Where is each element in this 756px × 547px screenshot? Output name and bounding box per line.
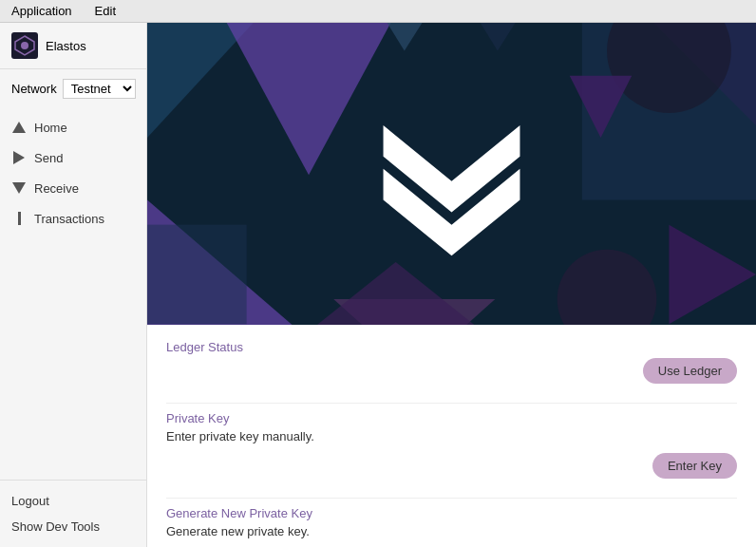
sidebar-item-transactions[interactable]: Transactions <box>0 203 146 234</box>
ledger-status-section: Ledger Status Use Ledger <box>166 340 737 384</box>
sidebar: Elastos Network Testnet Mainnet Home <box>0 23 147 547</box>
main-layout: Elastos Network Testnet Mainnet Home <box>0 23 756 547</box>
sidebar-item-transactions-label: Transactions <box>34 212 104 226</box>
generate-key-section: Generate New Private Key Generate new pr… <box>166 506 737 547</box>
enter-key-button[interactable]: Enter Key <box>652 453 737 479</box>
private-key-section: Private Key Enter private key manually. … <box>166 411 737 479</box>
private-key-row: Enter Key <box>166 453 737 479</box>
generate-key-title: Generate New Private Key <box>166 506 737 520</box>
hero-image <box>147 23 756 325</box>
sidebar-item-home-label: Home <box>34 121 67 135</box>
ledger-status-title: Ledger Status <box>166 340 737 354</box>
menu-edit[interactable]: Edit <box>91 2 120 20</box>
receive-icon <box>11 180 27 196</box>
sidebar-item-home[interactable]: Home <box>0 112 146 142</box>
sidebar-item-receive-label: Receive <box>34 181 79 196</box>
network-select[interactable]: Testnet Mainnet <box>63 79 136 99</box>
sidebar-nav: Home Send Receive Transactions <box>0 108 146 480</box>
main-content: Ledger Status Use Ledger Private Key Ent… <box>147 23 756 547</box>
sidebar-item-receive[interactable]: Receive <box>0 173 146 203</box>
show-dev-tools-button[interactable]: Show Dev Tools <box>11 514 135 539</box>
private-key-desc: Enter private key manually. <box>166 429 737 443</box>
logout-button[interactable]: Logout <box>11 488 135 514</box>
divider-2 <box>166 498 737 499</box>
divider-1 <box>166 403 737 404</box>
generate-key-desc: Generate new private key. <box>166 524 737 538</box>
sidebar-item-send[interactable]: Send <box>0 142 146 173</box>
menu-application[interactable]: Application <box>8 2 76 20</box>
sidebar-logo-text: Elastos <box>46 39 86 53</box>
send-icon <box>11 150 27 165</box>
menubar: Application Edit <box>0 0 756 23</box>
svg-point-2 <box>21 42 28 49</box>
sidebar-bottom: Logout Show Dev Tools <box>0 480 146 547</box>
private-key-title: Private Key <box>166 411 737 425</box>
home-icon <box>11 120 27 135</box>
elastos-logo-icon <box>11 32 38 59</box>
network-label: Network <box>11 82 57 96</box>
content-area: Ledger Status Use Ledger Private Key Ent… <box>147 325 756 547</box>
network-row: Network Testnet Mainnet <box>0 69 146 108</box>
transactions-icon <box>11 211 27 226</box>
sidebar-item-send-label: Send <box>34 151 63 165</box>
svg-rect-13 <box>147 225 247 325</box>
use-ledger-button[interactable]: Use Ledger <box>643 358 737 384</box>
sidebar-logo[interactable]: Elastos <box>0 23 146 69</box>
ledger-status-row: Use Ledger <box>166 358 737 384</box>
